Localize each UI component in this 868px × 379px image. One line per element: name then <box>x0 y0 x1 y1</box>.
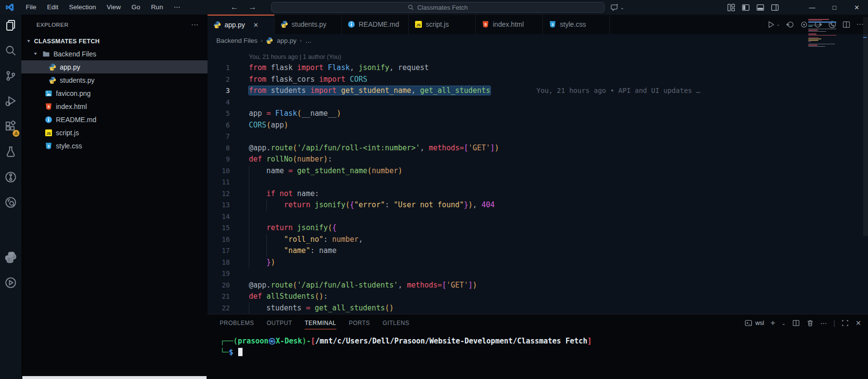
maximize-button[interactable]: □ <box>823 0 846 15</box>
activity-python[interactable] <box>0 247 21 270</box>
file-item-students-py[interactable]: students.py <box>21 73 208 87</box>
file-item-README-md[interactable]: README.md <box>21 113 208 126</box>
code-line-20[interactable]: 20@app.route('/api/fun/all-students', me… <box>208 280 868 291</box>
code-line-17[interactable]: 17 "name": name <box>208 245 868 257</box>
menu-file[interactable]: File <box>20 0 42 15</box>
tab-label: students.py <box>292 20 327 28</box>
menu-edit[interactable]: Edit <box>42 0 64 15</box>
breadcrumb-folder[interactable]: Backend Files <box>216 37 258 44</box>
code-line-4[interactable]: 4 <box>208 97 868 108</box>
code-line-2[interactable]: 2from flask_cors import CORS <box>208 74 868 86</box>
new-terminal-button[interactable]: + <box>770 318 775 328</box>
activity-testing[interactable] <box>0 141 21 164</box>
terminal-dropdown-chevron[interactable]: ⌄ <box>781 321 785 326</box>
activity-gitlens-inspect[interactable] <box>0 192 21 215</box>
code-line-6[interactable]: 6CORS(app) <box>208 120 868 131</box>
close-panel-button[interactable]: ✕ <box>855 319 861 327</box>
copilot-menu[interactable]: ⌄ <box>610 0 624 15</box>
maximize-panel-icon[interactable] <box>841 319 849 327</box>
code-line-12[interactable]: 12 if not name: <box>208 188 868 200</box>
code-line-11[interactable]: 11 <box>208 177 868 188</box>
kill-terminal-trash-icon[interactable] <box>806 319 814 327</box>
close-window-button[interactable]: ✕ <box>846 0 868 15</box>
minimize-button[interactable]: — <box>801 0 823 15</box>
menu-run[interactable]: Run <box>146 0 169 15</box>
panel-tab-problems[interactable]: PROBLEMS <box>220 314 254 332</box>
tab-README-md[interactable]: README.md <box>342 15 409 34</box>
code-line-13[interactable]: 13 return jsonify({"error": "User not fo… <box>208 199 868 211</box>
code-line-15[interactable]: 15 return jsonify({ <box>208 222 868 234</box>
nav-current-circle-icon[interactable] <box>800 20 808 29</box>
run-python-file-button[interactable]: ⌄ <box>767 20 780 29</box>
activity-extensions[interactable]: ⚠ <box>0 116 21 139</box>
panel-tab-output[interactable]: OUTPUT <box>267 314 292 332</box>
customize-layout-icon[interactable] <box>727 3 735 12</box>
terminal-output[interactable]: ┌──(prasoon㉿X-Desk)-[/mnt/c/Users/Dell/P… <box>208 332 868 358</box>
gitlens-authors-lens[interactable]: You, 21 hours ago | 1 author (You) <box>208 53 868 62</box>
code-line-14[interactable]: 14 <box>208 211 868 223</box>
tab-app-py[interactable]: app.py✕ <box>208 15 275 34</box>
tab-index-html[interactable]: 5index.html <box>476 15 543 34</box>
breadcrumb-tail[interactable]: … <box>305 37 312 44</box>
nav-back-circle-icon[interactable] <box>786 20 794 29</box>
nav-back-button[interactable]: ← <box>230 2 239 12</box>
activity-run-debug[interactable] <box>0 90 21 113</box>
minimap[interactable] <box>808 19 836 47</box>
file-item-Backend Files[interactable]: ▼Backend Files <box>21 47 208 60</box>
breadcrumb-file[interactable]: app.py <box>277 37 296 44</box>
activity-search[interactable] <box>0 40 21 63</box>
file-item-script-js[interactable]: JSscript.js <box>21 126 208 139</box>
vscode-logo-icon <box>5 2 15 12</box>
activity-live-preview[interactable] <box>0 272 21 295</box>
menu-view[interactable]: View <box>102 0 126 15</box>
code-line-9[interactable]: 9def rollNo(number): <box>208 154 868 165</box>
code-line-8[interactable]: 8@app.route('/api/fun/roll-<int:number>'… <box>208 143 868 154</box>
token: get_student_name <box>341 86 412 95</box>
file-item-app-py[interactable]: app.py <box>21 60 208 73</box>
tab-students-py[interactable]: students.py <box>275 15 342 34</box>
panel-more-actions-button[interactable]: ⋯ <box>820 319 827 327</box>
explorer-more-actions-button[interactable]: ⋯ <box>191 20 199 29</box>
activity-explorer[interactable] <box>0 15 21 37</box>
split-editor-icon[interactable] <box>842 20 851 29</box>
code-line-7[interactable]: 7 <box>208 131 868 143</box>
code-line-21[interactable]: 21def allStudents(): <box>208 291 868 303</box>
code-line-3[interactable]: 3from students import get_student_name, … <box>208 85 868 97</box>
close-tab-button[interactable]: ✕ <box>253 21 259 29</box>
sidebar-bottom-scrollbar[interactable] <box>22 376 207 379</box>
code-line-18[interactable]: 18 }) <box>208 257 868 269</box>
menu-go[interactable]: Go <box>126 0 146 15</box>
workspace-section-header[interactable]: ▼ CLASSMATES FETCH <box>21 35 208 47</box>
code-line-16[interactable]: 16 "roll_no": number, <box>208 234 868 246</box>
token: import <box>297 63 323 72</box>
file-item-favicon-png[interactable]: favicon.png <box>21 87 208 100</box>
code-line-5[interactable]: 5app = Flask(__name__) <box>208 108 868 120</box>
toggle-secondary-sidebar-icon[interactable] <box>771 3 779 12</box>
command-center-search[interactable]: Classmates Fetch <box>271 2 605 13</box>
activity-gitlens[interactable] <box>0 166 21 189</box>
panel-tab-terminal[interactable]: TERMINAL <box>305 314 336 332</box>
token <box>293 166 297 175</box>
panel-tab-gitlens[interactable]: GITLENS <box>382 314 409 332</box>
menu-selection[interactable]: Selection <box>64 0 102 15</box>
code-line-19[interactable]: 19 <box>208 268 868 280</box>
code-line-1[interactable]: 1from flask import Flask, jsonify, reque… <box>208 62 868 74</box>
menu-[interactable]: ⋯ <box>168 0 186 15</box>
tab-style-css[interactable]: 3style.css <box>543 15 610 34</box>
shell-label[interactable]: wsl <box>755 320 764 326</box>
split-terminal-icon[interactable] <box>792 319 800 327</box>
file-item-index-html[interactable]: 5index.html <box>21 100 208 113</box>
toggle-panel-icon[interactable] <box>756 3 764 12</box>
tab-script-js[interactable]: JSscript.js <box>409 15 476 34</box>
code-line-22[interactable]: 22 students = get_all_students() <box>208 303 868 314</box>
toggle-primary-sidebar-icon[interactable] <box>742 3 750 12</box>
breadcrumb[interactable]: Backend Files › app.py › … <box>208 34 868 47</box>
nav-forward-button[interactable]: → <box>248 2 257 12</box>
panel-tab-ports[interactable]: PORTS <box>349 314 370 332</box>
editor-scrollbar[interactable] <box>863 17 868 236</box>
activity-source-control[interactable] <box>0 65 21 88</box>
file-item-style-css[interactable]: 3style.css <box>21 139 208 152</box>
terminal-cursor[interactable] <box>238 348 243 356</box>
code-line-10[interactable]: 10 name = get_student_name(number) <box>208 165 868 177</box>
code-editor[interactable]: You, 21 hours ago | 1 author (You) 1from… <box>208 47 868 314</box>
